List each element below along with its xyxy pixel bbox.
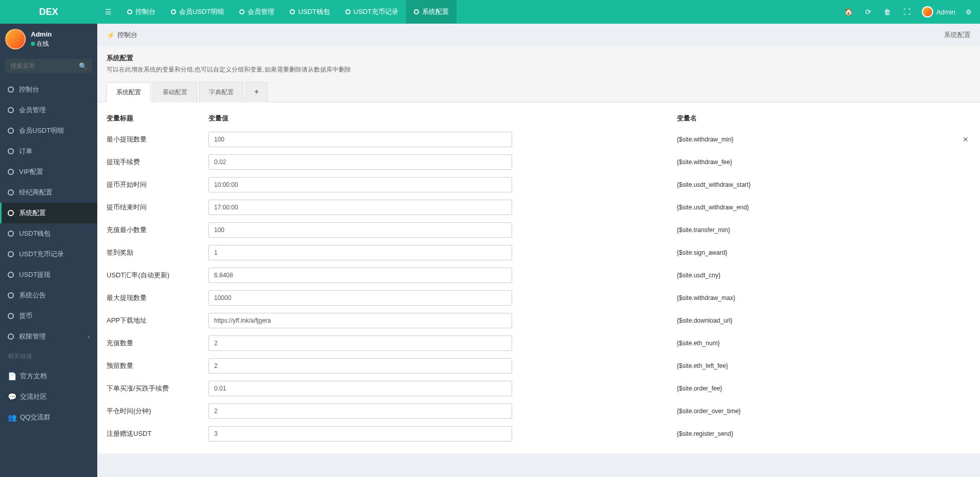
row-title: APP下载地址 xyxy=(106,316,208,325)
panel-desc: 可以在此增改系统的变量和分组,也可以自定义分组和变量,如果需要删除请从数据库中删… xyxy=(107,65,971,74)
top-tab-label: 系统配置 xyxy=(422,7,449,16)
close-icon[interactable]: ✕ xyxy=(962,135,972,144)
sidebar-item-label: 货币 xyxy=(19,311,32,321)
home-icon[interactable]: 🏠 xyxy=(838,8,859,16)
ext-label: 交流社区 xyxy=(20,392,47,401)
config-row: 充值最小数量{$site.transfer_min} xyxy=(106,219,972,241)
menu-circle-icon xyxy=(8,107,14,113)
config-row: USDT汇率(自动更新){$site.usdt_cny} xyxy=(106,264,972,287)
menu-circle-icon xyxy=(8,231,14,237)
sidebar-item-label: 订单 xyxy=(19,147,32,156)
row-varname: {$site.order_fee} xyxy=(677,385,972,392)
sidebar-ext-menu: 📄官方文档💬交流社区👥QQ交流群 xyxy=(0,366,97,428)
row-value-input[interactable] xyxy=(208,335,512,351)
ext-icon: 💬 xyxy=(8,393,15,401)
gear-icon[interactable]: ⚙ xyxy=(960,8,976,16)
config-row: 最小提现数量{$site.withdraw_min}✕ xyxy=(106,128,972,151)
circle-icon xyxy=(171,9,176,14)
panel-title: 系统配置 xyxy=(107,54,971,63)
sidebar-menu: 控制台会员管理会员USDT明细订单VIP配置经纪商配置系统配置USDT钱包USD… xyxy=(0,79,97,347)
sidebar-item[interactable]: 会员管理 xyxy=(0,100,97,120)
row-title: 最小提现数量 xyxy=(106,135,208,144)
sidebar-item-label: USDT钱包 xyxy=(19,229,50,238)
row-varname: {$site.eth_num} xyxy=(677,340,972,347)
brand-logo[interactable]: DEX xyxy=(0,0,97,24)
sidebar-item[interactable]: 权限管理‹ xyxy=(0,326,97,347)
search-icon[interactable]: 🔍 xyxy=(79,62,87,70)
row-value-input[interactable] xyxy=(208,245,512,260)
row-value-input[interactable] xyxy=(208,154,512,170)
avatar xyxy=(5,29,26,49)
top-tab[interactable]: 会员USDT明细 xyxy=(163,0,232,24)
sidebar-item[interactable]: USDT提现 xyxy=(0,264,97,285)
sidebar-item[interactable]: 控制台 xyxy=(0,79,97,100)
sidebar-item[interactable]: USDT钱包 xyxy=(0,223,97,244)
add-tab-button[interactable]: + xyxy=(246,82,268,102)
row-value-input[interactable] xyxy=(208,200,512,215)
top-tab[interactable]: 控制台 xyxy=(119,0,163,24)
sidebar-item[interactable]: 系统公告 xyxy=(0,285,97,306)
panel-tab[interactable]: 系统配置 xyxy=(107,82,151,102)
row-value-input[interactable] xyxy=(208,177,512,192)
menu-circle-icon xyxy=(8,189,14,196)
circle-icon xyxy=(127,9,132,14)
sidebar-user-panel: Admin 在线 xyxy=(0,24,97,55)
row-varname: {$site.download_url} xyxy=(677,317,972,324)
top-tab-label: USDT充币记录 xyxy=(354,7,398,16)
sidebar-item[interactable]: 会员USDT明细 xyxy=(0,120,97,141)
avatar-icon xyxy=(922,6,933,17)
row-value-input[interactable] xyxy=(208,132,512,147)
chevron-left-icon: ‹ xyxy=(88,334,90,340)
dashboard-icon: ⚡ xyxy=(107,31,115,39)
row-varname: {$site.eth_left_fee} xyxy=(677,362,972,369)
row-title: USDT汇率(自动更新) xyxy=(106,271,208,280)
row-value-input[interactable] xyxy=(208,222,512,238)
sidebar-ext-link[interactable]: 💬交流社区 xyxy=(0,386,97,407)
sidebar-item[interactable]: USDT充币记录 xyxy=(0,244,97,264)
fullscreen-icon[interactable]: ⛶ xyxy=(897,8,917,16)
menu-circle-icon xyxy=(8,292,14,298)
sidebar-item-label: 系统公告 xyxy=(19,291,46,300)
sidebar-item[interactable]: 系统配置 xyxy=(0,203,97,223)
row-value-input[interactable] xyxy=(208,426,512,441)
panel-tab[interactable]: 基础配置 xyxy=(153,82,197,102)
row-value-input[interactable] xyxy=(208,290,512,306)
refresh-icon[interactable]: ⟳ xyxy=(859,8,878,16)
breadcrumb-home[interactable]: 控制台 xyxy=(117,30,137,40)
sidebar-ext-link[interactable]: 📄官方文档 xyxy=(0,366,97,386)
config-row: 预留数量{$site.eth_left_fee} xyxy=(106,355,972,377)
menu-circle-icon xyxy=(8,313,14,319)
top-tab[interactable]: 会员管理 xyxy=(232,0,282,24)
ext-icon: 👥 xyxy=(8,413,15,421)
row-value-input[interactable] xyxy=(208,313,512,328)
row-varname: {$site.withdraw_min}✕ xyxy=(677,135,972,144)
row-value-input[interactable] xyxy=(208,403,512,419)
sidebar-item[interactable]: 订单 xyxy=(0,141,97,162)
circle-icon xyxy=(414,9,419,14)
sidebar-item[interactable]: 经纪商配置 xyxy=(0,182,97,203)
sidebar-ext-link[interactable]: 👥QQ交流群 xyxy=(0,407,97,428)
user-menu[interactable]: Admin xyxy=(917,6,960,17)
top-tab[interactable]: USDT充币记录 xyxy=(338,0,406,24)
top-tab[interactable]: 系统配置 xyxy=(406,0,457,24)
top-tab-label: 会员管理 xyxy=(248,7,274,16)
row-value-input[interactable] xyxy=(208,268,512,283)
panel-tabs: 系统配置基础配置字典配置+ xyxy=(97,82,980,102)
trash-icon[interactable]: 🗑 xyxy=(878,8,897,16)
sidebar-item[interactable]: 货币 xyxy=(0,306,97,326)
sidebar-item[interactable]: VIP配置 xyxy=(0,162,97,182)
row-value-input[interactable] xyxy=(208,381,512,396)
ext-label: QQ交流群 xyxy=(20,413,50,422)
panel-tab[interactable]: 字典配置 xyxy=(199,82,243,102)
col-header-name: 变量名 xyxy=(512,114,972,123)
sidebar: Admin 在线 🔍 控制台会员管理会员USDT明细订单VIP配置经纪商配置系统… xyxy=(0,24,97,477)
row-title: 提币结束时间 xyxy=(106,203,208,212)
row-varname: {$site.withdraw_max} xyxy=(677,294,972,302)
row-varname: {$site.withdraw_fee} xyxy=(677,158,972,166)
top-tab-label: 控制台 xyxy=(135,7,155,16)
row-value-input[interactable] xyxy=(208,358,512,374)
top-tab[interactable]: USDT钱包 xyxy=(282,0,337,24)
config-row: 充值数量{$site.eth_num} xyxy=(106,332,972,355)
sidebar-toggle[interactable]: ☰ xyxy=(97,8,119,16)
row-varname: {$site.usdt_cny} xyxy=(677,272,972,279)
